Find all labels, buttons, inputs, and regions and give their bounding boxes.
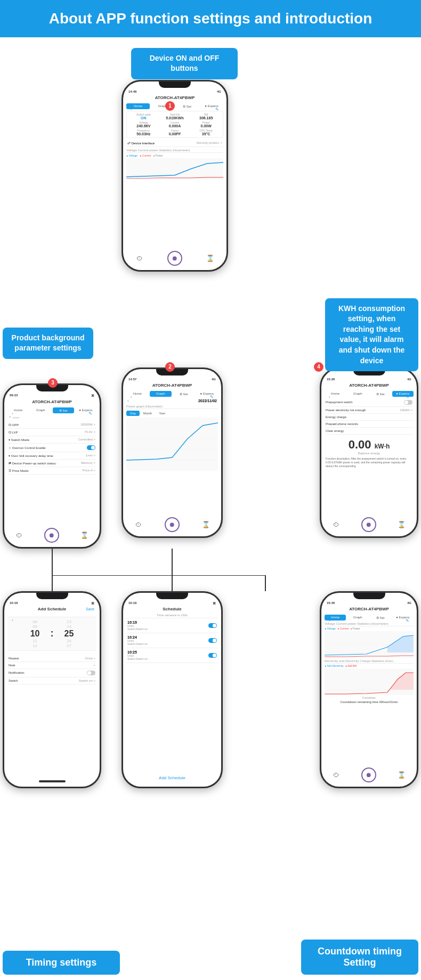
back-button-1[interactable]: ‹ [131, 107, 132, 112]
notification-item[interactable]: Notification [7, 669, 96, 677]
repeat-item[interactable]: Repeat Once > [7, 655, 96, 662]
tab-expense-4[interactable]: ● Expens [392, 391, 414, 397]
phone-5-title: Add Schedule [38, 607, 66, 611]
switch-state: Switch state ON [128, 113, 159, 120]
balance-energy-display: 0.00 kW·h Balance energy [325, 438, 414, 455]
chart-tab-day[interactable]: Day [126, 411, 140, 416]
tab-expense-7[interactable]: ● Expens [392, 615, 414, 620]
hourglass-icon-7[interactable]: ⌛ [397, 770, 407, 780]
switch-mode-item[interactable]: ▾ Switch Mode Controlled > [7, 436, 96, 444]
schedule-item-3: 10:25 Once Switch.Switch on [126, 648, 218, 663]
variance-note: Time variance is ±30s [126, 612, 218, 618]
power-button-1[interactable]: ⏺ [167, 251, 182, 266]
power-button-4[interactable]: ⏺ [361, 517, 376, 532]
tab-set-7[interactable]: ⚙ Set [370, 615, 391, 620]
phone-3-screen: 09:23 ⌘ ‹ ATORCH-AT4PBWP ✎ Home Graph ⚙ … [4, 385, 100, 547]
device-interface-item[interactable]: ☍ Device Interface Security protect. > [126, 140, 223, 147]
prepaid-records-item[interactable]: Prepaid phone records [325, 421, 414, 428]
phone-5-screen: 10:19 ⌘ ‹ Add Schedule Save 08 09 10 11 … [4, 593, 100, 787]
prepayment-toggle[interactable] [404, 400, 412, 405]
tab-home-3[interactable]: Home [7, 407, 29, 413]
power-button-3[interactable]: ⏺ [44, 528, 59, 543]
hourglass-icon-1[interactable]: ⌛ [205, 254, 215, 263]
edit-button-7[interactable]: ✎ [406, 618, 409, 623]
status-bar-1: 14:49 4G [126, 89, 223, 94]
tab-set-3[interactable]: ⚙ Set [53, 407, 74, 413]
min-picker[interactable]: 23 24 25 26 27 [64, 619, 74, 648]
overvolt-item[interactable]: ▾ Over-Volt recovery delay time: 1min > [7, 452, 96, 460]
tab-home-4[interactable]: Home [325, 391, 346, 397]
phone-2-screen: 14:57 4G ‹ ATORCH-AT4PBWP ✎ Home Graph ⚙… [123, 369, 221, 536]
lvp-item[interactable]: ☋ LVP 75.0V > [7, 429, 96, 436]
connector-line-4 [172, 575, 173, 591]
timer-icon-4[interactable]: ⏲ [331, 520, 341, 529]
timing-label: Timing settings [3, 951, 120, 975]
edit-button-4[interactable]: ✎ [406, 395, 409, 399]
status-bar-7: 15:30 4G [325, 600, 414, 606]
save-button[interactable]: Save [86, 607, 94, 611]
power-button-2[interactable]: ⏺ [165, 517, 180, 532]
tab-set-2[interactable]: ⚙ Set [173, 391, 195, 397]
tab-set-1[interactable]: ⚙ Set [175, 103, 199, 109]
chart7-2-legend: ● Add Electricity ● Add Bill [325, 664, 414, 667]
callout-device-onoff: Device ON and OFF buttons [131, 48, 238, 79]
clear-energy-item[interactable]: Clear energy [325, 428, 414, 435]
edit-button-1[interactable]: ✎ [215, 107, 219, 112]
tab-expense-3[interactable]: ● Expens [75, 407, 96, 413]
connector-line-3 [52, 575, 53, 591]
tab-home-2[interactable]: Home [126, 391, 149, 397]
power-button-7[interactable]: ⏺ [361, 767, 376, 782]
back-button-4[interactable]: ‹ [329, 395, 330, 399]
chart7-1-legend: ● Voltage ● Current ● Power [325, 627, 414, 630]
phone-6: 10:19 ⌘ Schedule Time variance is ±30s 1… [122, 591, 223, 788]
back-button-3[interactable]: ‹ [12, 411, 13, 416]
tab-graph-7[interactable]: Graph [347, 615, 368, 620]
tab-graph-4[interactable]: Graph [347, 391, 368, 397]
hourglass-icon-2[interactable]: ⌛ [201, 520, 210, 529]
phone-badge-3: 3 [48, 378, 58, 388]
edit-button-2[interactable]: ✎ [210, 395, 214, 399]
tab-set-4[interactable]: ⚙ Set [370, 391, 391, 397]
schedule-toggle-1[interactable] [208, 623, 217, 628]
svg-marker-8 [387, 673, 414, 692]
price-mode-item[interactable]: ☰ Price Mode: Price-A > [7, 467, 96, 475]
note-item[interactable]: Note > [7, 662, 96, 669]
overrun-control-item[interactable]: ☆ Overrun Control Enable [7, 444, 96, 452]
timer-icon-3[interactable]: ⏲ [14, 530, 24, 540]
tab-graph-3[interactable]: Graph [30, 407, 51, 413]
tab-home-7[interactable]: Home [325, 615, 346, 620]
opp-item[interactable]: ☋ OPP 26500W > [7, 421, 96, 429]
chart-section-title-1: Voltage Current power Statistics (Hourme… [126, 149, 223, 153]
energy-charge-item[interactable]: Energy charge [325, 414, 414, 421]
timer-icon-2[interactable]: ⏲ [134, 520, 143, 529]
back-button-5[interactable]: ‹ [12, 618, 13, 623]
tab-expense-2[interactable]: ● Expens [196, 391, 218, 397]
notification-toggle[interactable] [87, 671, 95, 675]
hourglass-icon-3[interactable]: ⌛ [80, 530, 90, 540]
power-not-enough-item[interactable]: Power electricity not enough 10kWh > [325, 407, 414, 414]
info-grid-1: Switch state ON Total Ele 5.019KWh Bill … [126, 111, 223, 138]
tab-expense-1[interactable]: ● Expens [200, 103, 223, 109]
phone-4-screen: 15:26 4G ‹ ATORCH-AT4PBWP ✎ Home Graph ⚙… [321, 369, 417, 536]
chart-tab-month[interactable]: Month [141, 411, 154, 416]
switch-item-5[interactable]: Switch Switch on > [7, 677, 96, 684]
back-button-2[interactable]: ‹ [131, 395, 132, 399]
chart-tab-year[interactable]: Year [156, 411, 169, 416]
overrun-toggle[interactable] [87, 445, 95, 450]
timer-icon-1[interactable]: ⏲ [135, 254, 144, 263]
back-button-7[interactable]: ‹ [329, 618, 330, 623]
connector-line-2 [172, 549, 173, 575]
prepayment-switch-item[interactable]: Prepayment switch [325, 398, 414, 407]
schedule-toggle-2[interactable] [208, 638, 217, 643]
chart7-1-title: Voltage Current power Statistics (Hourme… [325, 622, 414, 626]
phone-1-bottom: ⏲ ⏺ ⌛ [123, 251, 226, 266]
tab-home-1[interactable]: Home [126, 103, 150, 109]
timer-icon-7[interactable]: ⏲ [331, 770, 341, 780]
hourglass-icon-4[interactable]: ⌛ [397, 520, 407, 529]
tab-graph-2[interactable]: Graph [150, 391, 172, 397]
hour-picker[interactable]: 08 09 10 11 12 [30, 619, 40, 648]
edit-button-3[interactable]: ✎ [88, 411, 92, 416]
schedule-toggle-3[interactable] [208, 653, 217, 658]
add-schedule-btn[interactable]: Add Schedule [123, 772, 221, 781]
power-up-item[interactable]: ⇄ Device Power-up switch status: Memory … [7, 460, 96, 467]
